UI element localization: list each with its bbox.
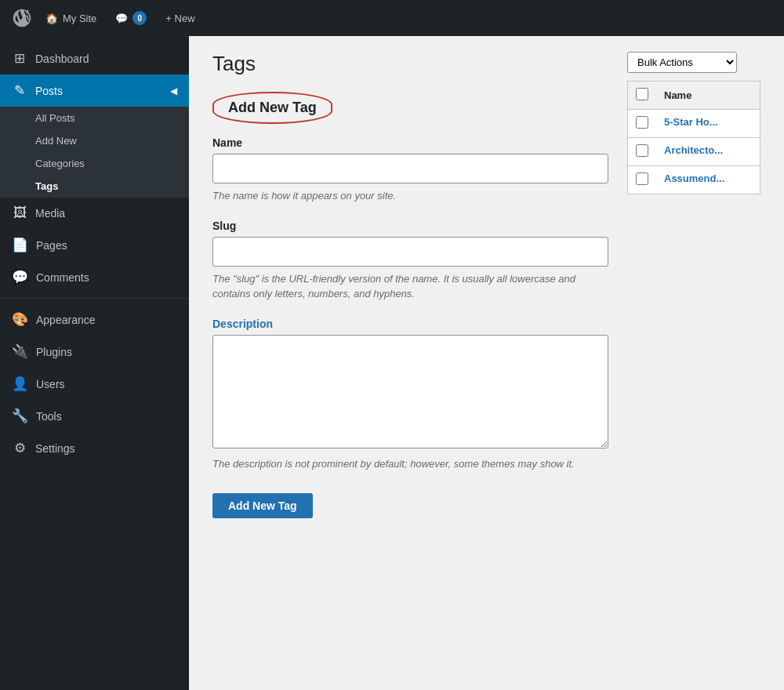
row-checkbox-cell: [628, 110, 657, 138]
main-layout: ⊞ Dashboard ✎ Posts ◀ All Posts Add New …: [0, 36, 784, 690]
settings-icon: ⚙: [12, 440, 27, 456]
home-icon: 🏠: [45, 13, 58, 24]
row-checkbox-cell: [628, 166, 657, 194]
sidebar-item-label: Plugins: [36, 346, 72, 358]
description-note: The description is not prominent by defa…: [212, 456, 608, 472]
add-new-tag-heading: Add New Tag: [212, 92, 332, 124]
name-description: The name is how it appears on your site.: [212, 188, 608, 204]
sidebar-item-label: Settings: [35, 442, 75, 455]
name-input[interactable]: [212, 154, 608, 183]
bulk-actions-select[interactable]: Bulk Actions Delete: [627, 52, 737, 73]
slug-field-group: Slug The "slug" is the URL-friendly vers…: [212, 220, 608, 302]
admin-bar: 🏠 My Site 💬 0 + New: [0, 0, 784, 36]
table-row: Assumend...: [628, 166, 760, 194]
tag-link[interactable]: Architecto...: [664, 144, 723, 156]
add-new-tag-button[interactable]: Add New Tag: [212, 493, 313, 518]
sidebar-item-label: Comments: [36, 271, 89, 284]
add-new-tag-section: Add New Tag Name The name is how it appe…: [212, 92, 608, 518]
row-name-cell: Assumend...: [656, 166, 760, 194]
row-checkbox[interactable]: [636, 116, 648, 129]
row-checkbox[interactable]: [636, 172, 648, 185]
sidebar-item-plugins[interactable]: 🔌 Plugins: [0, 336, 189, 368]
sidebar-item-label: Pages: [36, 239, 67, 252]
sidebar-item-label: Appearance: [36, 314, 96, 326]
media-icon: 🖼: [12, 205, 27, 221]
tag-link[interactable]: Assumend...: [664, 172, 724, 184]
sidebar-item-label: Posts: [35, 85, 63, 97]
sidebar-item-label: Users: [36, 378, 65, 390]
dashboard-icon: ⊞: [12, 50, 27, 67]
sidebar-subitem-tags[interactable]: Tags: [0, 175, 189, 198]
th-checkbox: [628, 82, 657, 110]
sidebar-item-posts[interactable]: ✎ Posts ◀: [0, 74, 189, 107]
adminbar-new[interactable]: + New: [156, 0, 204, 36]
wp-logo[interactable]: [8, 4, 36, 32]
adminbar-comments[interactable]: 💬 0: [106, 0, 156, 36]
sidebar-item-tools[interactable]: 🔧 Tools: [0, 400, 189, 432]
slug-label: Slug: [212, 220, 608, 232]
sidebar-subitem-add-new[interactable]: Add New: [0, 129, 189, 152]
pages-icon: 📄: [12, 237, 28, 253]
comment-count: 0: [132, 11, 147, 25]
sidebar-item-label: Tools: [36, 410, 62, 423]
bulk-actions-row: Bulk Actions Delete: [627, 52, 760, 73]
name-label: Name: [212, 136, 608, 149]
row-name-cell: Architecto...: [656, 138, 760, 166]
table-panel: Bulk Actions Delete Name: [627, 52, 760, 674]
comments-icon: 💬: [12, 269, 28, 285]
sidebar-item-media[interactable]: 🖼 Media: [0, 198, 189, 229]
tags-table: Name 5-Star Ho...: [627, 81, 760, 194]
row-checkbox[interactable]: [636, 144, 648, 157]
sidebar-item-settings[interactable]: ⚙ Settings: [0, 432, 189, 464]
sidebar-subitem-all-posts[interactable]: All Posts: [0, 107, 189, 129]
tools-icon: 🔧: [12, 408, 28, 424]
slug-input[interactable]: [212, 237, 608, 267]
form-panel: Tags Add New Tag Name The name is how it…: [212, 52, 608, 674]
sidebar-item-pages[interactable]: 📄 Pages: [0, 229, 189, 261]
table-header-row: Name: [628, 82, 760, 110]
description-label: Description: [212, 318, 608, 330]
content-area: Tags Add New Tag Name The name is how it…: [189, 36, 784, 690]
tag-link[interactable]: 5-Star Ho...: [664, 116, 718, 128]
table-row: Architecto...: [628, 138, 760, 166]
plugins-icon: 🔌: [12, 343, 28, 360]
sidebar-item-label: Dashboard: [35, 53, 89, 65]
adminbar-my-site[interactable]: 🏠 My Site: [36, 0, 106, 36]
users-icon: 👤: [12, 376, 28, 392]
posts-section: ✎ Posts ◀ All Posts Add New Categories T…: [0, 74, 189, 198]
row-name-cell: 5-Star Ho...: [656, 110, 760, 138]
sidebar-item-comments[interactable]: 💬 Comments: [0, 261, 189, 293]
slug-description: The "slug" is the URL-friendly version o…: [212, 271, 608, 302]
posts-arrow-icon: ◀: [170, 85, 177, 96]
select-all-checkbox[interactable]: [636, 88, 648, 100]
sidebar-item-label: Media: [35, 207, 65, 220]
new-label: + New: [165, 13, 194, 24]
page-title: Tags: [212, 52, 608, 76]
sidebar-item-dashboard[interactable]: ⊞ Dashboard: [0, 42, 189, 74]
sidebar-divider-1: [0, 298, 189, 299]
comment-icon: 💬: [115, 13, 128, 24]
site-name-label: My Site: [63, 13, 96, 24]
description-input[interactable]: [212, 335, 608, 448]
table-row: 5-Star Ho...: [628, 110, 760, 138]
sidebar-item-users[interactable]: 👤 Users: [0, 368, 189, 400]
appearance-icon: 🎨: [12, 311, 28, 328]
description-field-group: Description The description is not promi…: [212, 318, 608, 472]
name-field-group: Name The name is how it appears on your …: [212, 136, 608, 204]
sidebar-subitem-categories[interactable]: Categories: [0, 152, 189, 175]
row-checkbox-cell: [628, 138, 657, 166]
sidebar: ⊞ Dashboard ✎ Posts ◀ All Posts Add New …: [0, 36, 189, 690]
posts-icon: ✎: [12, 82, 27, 99]
sidebar-item-appearance[interactable]: 🎨 Appearance: [0, 303, 189, 336]
th-name: Name: [656, 82, 760, 110]
